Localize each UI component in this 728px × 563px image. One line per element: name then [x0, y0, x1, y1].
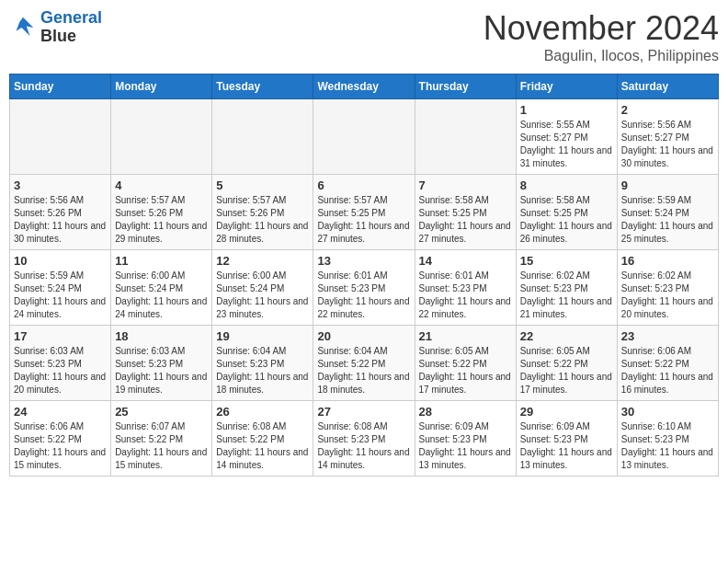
day-info: Sunrise: 6:04 AMSunset: 5:22 PMDaylight:…	[317, 345, 410, 396]
day-info: Sunrise: 6:02 AMSunset: 5:23 PMDaylight:…	[520, 270, 613, 321]
calendar-table: SundayMondayTuesdayWednesdayThursdayFrid…	[9, 74, 719, 477]
svg-marker-0	[17, 17, 34, 36]
day-info: Sunrise: 6:06 AMSunset: 5:22 PMDaylight:…	[621, 345, 714, 396]
day-info: Sunrise: 6:03 AMSunset: 5:23 PMDaylight:…	[14, 345, 107, 396]
weekday-header-tuesday: Tuesday	[212, 75, 313, 99]
weekday-header-thursday: Thursday	[415, 75, 516, 99]
day-info: Sunrise: 6:00 AMSunset: 5:24 PMDaylight:…	[115, 270, 208, 321]
day-info: Sunrise: 6:01 AMSunset: 5:23 PMDaylight:…	[419, 270, 512, 321]
day-number: 29	[520, 405, 613, 419]
logo-text: GeneralBlue	[40, 9, 102, 46]
calendar-week-3: 10Sunrise: 5:59 AMSunset: 5:24 PMDayligh…	[10, 250, 719, 326]
day-number: 16	[621, 254, 714, 268]
day-number: 21	[419, 329, 512, 343]
calendar-cell: 11Sunrise: 6:00 AMSunset: 5:24 PMDayligh…	[111, 250, 212, 326]
day-number: 9	[621, 178, 714, 192]
calendar-cell	[111, 99, 212, 175]
day-info: Sunrise: 6:00 AMSunset: 5:24 PMDaylight:…	[216, 270, 309, 321]
calendar-cell: 10Sunrise: 5:59 AMSunset: 5:24 PMDayligh…	[10, 250, 111, 326]
calendar-cell: 17Sunrise: 6:03 AMSunset: 5:23 PMDayligh…	[10, 326, 111, 401]
weekday-header-monday: Monday	[111, 75, 212, 99]
day-number: 3	[14, 178, 107, 192]
day-number: 26	[216, 405, 309, 419]
day-number: 14	[419, 254, 512, 268]
calendar-week-4: 17Sunrise: 6:03 AMSunset: 5:23 PMDayligh…	[10, 326, 719, 401]
day-info: Sunrise: 5:56 AMSunset: 5:26 PMDaylight:…	[14, 194, 107, 246]
weekday-header-row: SundayMondayTuesdayWednesdayThursdayFrid…	[10, 75, 719, 99]
calendar-cell	[313, 99, 415, 175]
day-info: Sunrise: 6:05 AMSunset: 5:22 PMDaylight:…	[520, 345, 613, 396]
calendar-week-5: 24Sunrise: 6:06 AMSunset: 5:22 PMDayligh…	[10, 401, 719, 477]
calendar-cell: 8Sunrise: 5:58 AMSunset: 5:25 PMDaylight…	[516, 175, 617, 250]
day-number: 17	[14, 329, 107, 343]
calendar-cell: 21Sunrise: 6:05 AMSunset: 5:22 PMDayligh…	[415, 326, 516, 401]
day-number: 27	[317, 405, 410, 419]
day-info: Sunrise: 6:09 AMSunset: 5:23 PMDaylight:…	[520, 420, 613, 472]
calendar-cell: 28Sunrise: 6:09 AMSunset: 5:23 PMDayligh…	[415, 401, 516, 477]
calendar-cell: 1Sunrise: 5:55 AMSunset: 5:27 PMDaylight…	[516, 99, 617, 175]
day-number: 4	[115, 178, 208, 192]
calendar-cell: 12Sunrise: 6:00 AMSunset: 5:24 PMDayligh…	[212, 250, 313, 326]
calendar-cell: 6Sunrise: 5:57 AMSunset: 5:25 PMDaylight…	[313, 175, 415, 250]
calendar-cell	[10, 99, 111, 175]
day-info: Sunrise: 5:58 AMSunset: 5:25 PMDaylight:…	[419, 194, 512, 246]
day-number: 18	[115, 329, 208, 343]
calendar-cell: 24Sunrise: 6:06 AMSunset: 5:22 PMDayligh…	[10, 401, 111, 477]
day-info: Sunrise: 6:07 AMSunset: 5:22 PMDaylight:…	[115, 420, 208, 472]
day-info: Sunrise: 5:58 AMSunset: 5:25 PMDaylight:…	[520, 194, 613, 246]
day-info: Sunrise: 5:57 AMSunset: 5:25 PMDaylight:…	[317, 194, 410, 246]
day-number: 2	[621, 103, 714, 117]
month-title: November 2024	[483, 9, 719, 48]
calendar-cell: 19Sunrise: 6:04 AMSunset: 5:23 PMDayligh…	[212, 326, 313, 401]
calendar-cell: 13Sunrise: 6:01 AMSunset: 5:23 PMDayligh…	[313, 250, 415, 326]
day-info: Sunrise: 6:06 AMSunset: 5:22 PMDaylight:…	[14, 420, 107, 472]
day-info: Sunrise: 5:56 AMSunset: 5:27 PMDaylight:…	[621, 119, 714, 170]
logo-icon	[9, 14, 37, 41]
day-info: Sunrise: 6:04 AMSunset: 5:23 PMDaylight:…	[216, 345, 309, 396]
calendar-cell: 15Sunrise: 6:02 AMSunset: 5:23 PMDayligh…	[516, 250, 617, 326]
calendar-week-1: 1Sunrise: 5:55 AMSunset: 5:27 PMDaylight…	[10, 99, 719, 175]
day-info: Sunrise: 6:10 AMSunset: 5:23 PMDaylight:…	[621, 420, 714, 472]
weekday-header-sunday: Sunday	[10, 75, 111, 99]
calendar-cell: 27Sunrise: 6:08 AMSunset: 5:23 PMDayligh…	[313, 401, 415, 477]
calendar-cell: 23Sunrise: 6:06 AMSunset: 5:22 PMDayligh…	[617, 326, 718, 401]
day-number: 1	[520, 103, 613, 117]
day-info: Sunrise: 5:59 AMSunset: 5:24 PMDaylight:…	[621, 194, 714, 246]
calendar-cell: 2Sunrise: 5:56 AMSunset: 5:27 PMDaylight…	[617, 99, 718, 175]
calendar-cell: 14Sunrise: 6:01 AMSunset: 5:23 PMDayligh…	[415, 250, 516, 326]
calendar-cell: 29Sunrise: 6:09 AMSunset: 5:23 PMDayligh…	[516, 401, 617, 477]
day-info: Sunrise: 6:05 AMSunset: 5:22 PMDaylight:…	[419, 345, 512, 396]
calendar-cell: 20Sunrise: 6:04 AMSunset: 5:22 PMDayligh…	[313, 326, 415, 401]
calendar-week-2: 3Sunrise: 5:56 AMSunset: 5:26 PMDaylight…	[10, 175, 719, 250]
calendar-cell: 3Sunrise: 5:56 AMSunset: 5:26 PMDaylight…	[10, 175, 111, 250]
calendar-cell: 4Sunrise: 5:57 AMSunset: 5:26 PMDaylight…	[111, 175, 212, 250]
calendar-cell	[212, 99, 313, 175]
day-number: 30	[621, 405, 714, 419]
day-info: Sunrise: 6:03 AMSunset: 5:23 PMDaylight:…	[115, 345, 208, 396]
calendar-cell: 5Sunrise: 5:57 AMSunset: 5:26 PMDaylight…	[212, 175, 313, 250]
day-number: 11	[115, 254, 208, 268]
logo: GeneralBlue	[9, 9, 102, 46]
day-number: 5	[216, 178, 309, 192]
title-area: November 2024 Bagulin, Ilocos, Philippin…	[483, 9, 719, 64]
calendar-cell	[415, 99, 516, 175]
calendar-cell: 9Sunrise: 5:59 AMSunset: 5:24 PMDaylight…	[617, 175, 718, 250]
calendar-cell: 26Sunrise: 6:08 AMSunset: 5:22 PMDayligh…	[212, 401, 313, 477]
day-number: 23	[621, 329, 714, 343]
weekday-header-friday: Friday	[516, 75, 617, 99]
calendar-cell: 16Sunrise: 6:02 AMSunset: 5:23 PMDayligh…	[617, 250, 718, 326]
location: Bagulin, Ilocos, Philippines	[483, 48, 719, 64]
day-number: 6	[317, 178, 410, 192]
calendar-cell: 25Sunrise: 6:07 AMSunset: 5:22 PMDayligh…	[111, 401, 212, 477]
day-number: 10	[14, 254, 107, 268]
calendar-cell: 7Sunrise: 5:58 AMSunset: 5:25 PMDaylight…	[415, 175, 516, 250]
calendar-cell: 18Sunrise: 6:03 AMSunset: 5:23 PMDayligh…	[111, 326, 212, 401]
weekday-header-saturday: Saturday	[617, 75, 718, 99]
weekday-header-wednesday: Wednesday	[313, 75, 415, 99]
day-number: 28	[419, 405, 512, 419]
day-number: 8	[520, 178, 613, 192]
day-info: Sunrise: 5:57 AMSunset: 5:26 PMDaylight:…	[115, 194, 208, 246]
day-info: Sunrise: 6:08 AMSunset: 5:22 PMDaylight:…	[216, 420, 309, 472]
day-number: 22	[520, 329, 613, 343]
calendar-cell: 30Sunrise: 6:10 AMSunset: 5:23 PMDayligh…	[617, 401, 718, 477]
